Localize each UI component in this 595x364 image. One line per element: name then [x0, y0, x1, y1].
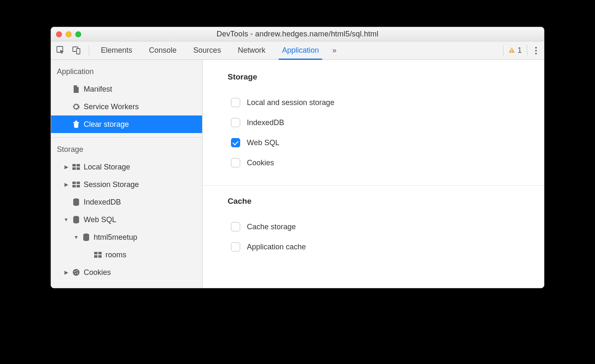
svg-point-27 [75, 273, 76, 274]
checkbox[interactable] [231, 158, 240, 167]
svg-rect-20 [98, 252, 102, 254]
document-icon [72, 85, 80, 93]
checkbox-row-local-session[interactable]: Local and session storage [228, 92, 544, 113]
svg-rect-22 [98, 255, 102, 258]
sidebar-item-label: Cookies [84, 268, 111, 277]
sidebar-section-application: Application [51, 60, 202, 80]
tab-elements[interactable]: Elements [100, 41, 133, 59]
checkbox-row-application-cache[interactable]: Application cache [228, 237, 544, 257]
checkbox[interactable] [231, 118, 240, 127]
sidebar-item-manifest[interactable]: Manifest [51, 80, 202, 98]
sidebar-item-web-sql[interactable]: ▼ Web SQL [51, 211, 202, 228]
checkbox-label: Cache storage [247, 223, 296, 231]
svg-rect-11 [77, 167, 80, 170]
sidebar-item-service-workers[interactable]: Service Workers [51, 98, 202, 115]
sidebar-section-storage: Storage [51, 138, 202, 158]
chevron-down-icon: ▼ [64, 217, 69, 223]
checkbox-label: Application cache [247, 243, 306, 251]
warning-icon [508, 47, 515, 54]
svg-rect-3 [511, 49, 512, 51]
device-toggle-icon[interactable] [72, 46, 81, 55]
svg-point-25 [77, 270, 77, 271]
checkbox[interactable] [231, 242, 240, 251]
sidebar-item-cookies[interactable]: ▶ Cookies [51, 264, 202, 281]
svg-rect-12 [72, 182, 76, 184]
sidebar-item-label: Manifest [84, 85, 112, 94]
cache-group-title: Cache [228, 197, 544, 206]
chevron-right-icon: ▶ [64, 269, 69, 275]
sidebar-item-web-sql-database[interactable]: ▼ html5meetup [51, 228, 202, 246]
sidebar-item-web-sql-table[interactable]: rooms [51, 246, 202, 264]
minimize-window-button[interactable] [66, 31, 72, 37]
cookie-icon [72, 268, 80, 277]
svg-rect-10 [72, 167, 76, 170]
tab-network[interactable]: Network [237, 41, 266, 59]
checkbox-label: Cookies [247, 159, 274, 167]
table-icon [72, 180, 80, 189]
checkbox-label: Local and session storage [247, 98, 334, 107]
svg-point-7 [535, 53, 537, 54]
sidebar-item-session-storage[interactable]: ▶ Session Storage [51, 176, 202, 193]
svg-rect-9 [77, 164, 80, 167]
traffic-lights [56, 31, 81, 37]
chevron-down-icon: ▼ [74, 234, 79, 240]
zoom-window-button[interactable] [75, 31, 81, 37]
svg-point-26 [77, 273, 78, 274]
checkbox-label: Web SQL [247, 138, 280, 147]
clear-storage-panel: Storage Local and session storage Indexe… [203, 60, 544, 288]
checkbox-row-cookies[interactable]: Cookies [228, 153, 544, 173]
sidebar-item-label: Service Workers [84, 103, 139, 111]
svg-rect-14 [72, 185, 76, 187]
sidebar-item-label: IndexedDB [84, 198, 121, 207]
sidebar-item-indexeddb[interactable]: IndexedDB [51, 193, 202, 211]
window-title: DevTools - andrew.hedges.name/html5/sql.… [51, 30, 544, 38]
svg-rect-19 [94, 252, 97, 254]
sidebar-item-label: rooms [105, 251, 126, 259]
svg-rect-15 [77, 185, 80, 187]
checkbox-row-indexeddb[interactable]: IndexedDB [228, 113, 544, 133]
database-icon [82, 233, 90, 241]
devtools-toolbar: Elements Console Sources Network Applica… [51, 41, 544, 60]
storage-group: Storage Local and session storage Indexe… [203, 72, 544, 186]
svg-rect-13 [77, 182, 80, 184]
checkbox[interactable] [231, 98, 240, 107]
warnings-badge[interactable]: 1 [503, 45, 527, 56]
checkbox[interactable] [231, 222, 240, 231]
table-icon [94, 251, 102, 259]
storage-group-title: Storage [228, 72, 544, 82]
sidebar-item-label: Web SQL [84, 215, 116, 224]
more-tabs-icon[interactable]: » [332, 46, 336, 55]
sidebar-item-label: Session Storage [84, 180, 139, 189]
svg-rect-2 [77, 49, 80, 54]
table-icon [72, 163, 80, 171]
cache-group: Cache Cache storage Application cache [203, 197, 544, 269]
application-sidebar: Application Manifest Service Workers [51, 60, 203, 288]
sidebar-item-clear-storage[interactable]: Clear storage [51, 115, 202, 133]
checkbox-label: IndexedDB [247, 118, 284, 127]
warning-count: 1 [518, 46, 522, 55]
database-icon [72, 198, 80, 206]
svg-rect-4 [511, 51, 512, 52]
trash-icon [72, 120, 80, 128]
svg-rect-21 [94, 255, 97, 258]
sidebar-item-label: Local Storage [84, 163, 130, 172]
checkbox-row-cache-storage[interactable]: Cache storage [228, 217, 544, 237]
tab-console[interactable]: Console [148, 41, 177, 59]
svg-point-24 [74, 271, 76, 272]
settings-menu-icon[interactable] [531, 46, 541, 55]
close-window-button[interactable] [56, 31, 62, 37]
devtools-window: DevTools - andrew.hedges.name/html5/sql.… [51, 27, 544, 288]
checkbox[interactable] [231, 138, 240, 147]
svg-rect-8 [72, 164, 76, 167]
sidebar-item-local-storage[interactable]: ▶ Local Storage [51, 158, 202, 176]
chevron-right-icon: ▶ [64, 164, 69, 170]
gear-icon [72, 103, 80, 111]
sidebar-item-label: Clear storage [84, 120, 129, 129]
svg-point-23 [73, 269, 80, 276]
svg-point-6 [535, 50, 537, 51]
checkbox-row-web-sql[interactable]: Web SQL [228, 133, 544, 153]
database-icon [72, 215, 80, 224]
tab-application[interactable]: Application [281, 41, 320, 59]
inspect-element-icon[interactable] [56, 46, 65, 55]
tab-sources[interactable]: Sources [192, 41, 222, 59]
